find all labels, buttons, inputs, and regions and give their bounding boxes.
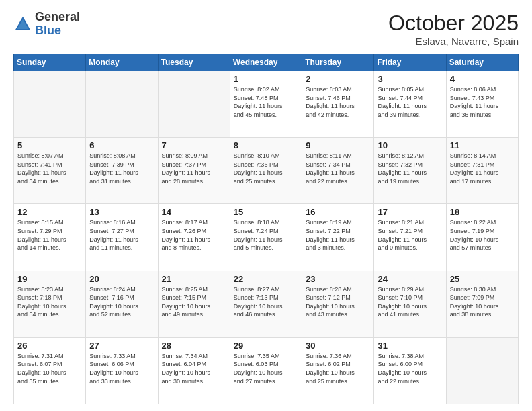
day-number: 16 xyxy=(306,207,370,217)
table-row: 1Sunrise: 8:02 AM Sunset: 7:48 PM Daylig… xyxy=(230,71,302,138)
day-number: 15 xyxy=(234,207,298,217)
day-info: Sunrise: 8:12 AM Sunset: 7:32 PM Dayligh… xyxy=(378,152,442,185)
day-number: 11 xyxy=(450,140,515,150)
calendar-week-row: 5Sunrise: 8:07 AM Sunset: 7:41 PM Daylig… xyxy=(14,138,519,204)
day-info: Sunrise: 8:09 AM Sunset: 7:37 PM Dayligh… xyxy=(162,152,226,185)
table-row: 19Sunrise: 8:23 AM Sunset: 7:18 PM Dayli… xyxy=(14,271,86,337)
day-info: Sunrise: 8:11 AM Sunset: 7:34 PM Dayligh… xyxy=(306,152,370,185)
table-row xyxy=(86,71,158,138)
day-number: 9 xyxy=(306,140,370,150)
calendar-week-row: 19Sunrise: 8:23 AM Sunset: 7:18 PM Dayli… xyxy=(14,271,519,337)
table-row: 16Sunrise: 8:19 AM Sunset: 7:22 PM Dayli… xyxy=(302,204,374,271)
table-row: 15Sunrise: 8:18 AM Sunset: 7:24 PM Dayli… xyxy=(230,204,302,271)
table-row: 12Sunrise: 8:15 AM Sunset: 7:29 PM Dayli… xyxy=(14,204,86,271)
day-number: 29 xyxy=(234,340,298,351)
col-sunday: Sunday xyxy=(14,54,86,71)
day-info: Sunrise: 8:30 AM Sunset: 7:09 PM Dayligh… xyxy=(450,285,515,319)
day-number: 28 xyxy=(162,340,226,351)
table-row: 18Sunrise: 8:22 AM Sunset: 7:19 PM Dayli… xyxy=(446,204,518,271)
day-number: 22 xyxy=(234,274,298,284)
day-number: 19 xyxy=(17,274,82,284)
day-info: Sunrise: 8:10 AM Sunset: 7:36 PM Dayligh… xyxy=(234,152,298,185)
day-number: 17 xyxy=(378,207,442,217)
day-number: 13 xyxy=(89,207,154,217)
calendar-week-row: 26Sunrise: 7:31 AM Sunset: 6:07 PM Dayli… xyxy=(14,337,519,404)
day-info: Sunrise: 8:21 AM Sunset: 7:21 PM Dayligh… xyxy=(378,218,442,252)
calendar-subtitle: Eslava, Navarre, Spain xyxy=(388,36,519,47)
col-saturday: Saturday xyxy=(446,54,518,71)
table-row: 10Sunrise: 8:12 AM Sunset: 7:32 PM Dayli… xyxy=(374,138,446,204)
day-number: 4 xyxy=(450,74,515,84)
day-number: 24 xyxy=(378,274,442,284)
table-row: 2Sunrise: 8:03 AM Sunset: 7:46 PM Daylig… xyxy=(302,71,374,138)
calendar-header-row: Sunday Monday Tuesday Wednesday Thursday… xyxy=(14,54,519,71)
day-info: Sunrise: 7:36 AM Sunset: 6:02 PM Dayligh… xyxy=(306,352,370,385)
day-number: 10 xyxy=(378,140,442,150)
day-info: Sunrise: 8:24 AM Sunset: 7:16 PM Dayligh… xyxy=(89,285,154,319)
logo-blue-text: Blue xyxy=(35,24,61,37)
table-row: 25Sunrise: 8:30 AM Sunset: 7:09 PM Dayli… xyxy=(446,271,518,337)
table-row: 20Sunrise: 8:24 AM Sunset: 7:16 PM Dayli… xyxy=(86,271,158,337)
table-row: 3Sunrise: 8:05 AM Sunset: 7:44 PM Daylig… xyxy=(374,71,446,138)
calendar-title: October 2025 xyxy=(388,11,519,36)
header: General Blue October 2025 Eslava, Navarr… xyxy=(13,11,519,47)
day-info: Sunrise: 8:03 AM Sunset: 7:46 PM Dayligh… xyxy=(306,85,370,119)
col-tuesday: Tuesday xyxy=(158,54,230,71)
day-number: 12 xyxy=(17,207,82,217)
day-info: Sunrise: 8:22 AM Sunset: 7:19 PM Dayligh… xyxy=(450,218,515,252)
col-friday: Friday xyxy=(374,54,446,71)
table-row: 23Sunrise: 8:28 AM Sunset: 7:12 PM Dayli… xyxy=(302,271,374,337)
table-row: 11Sunrise: 8:14 AM Sunset: 7:31 PM Dayli… xyxy=(446,138,518,204)
table-row: 31Sunrise: 7:38 AM Sunset: 6:00 PM Dayli… xyxy=(374,337,446,404)
table-row: 4Sunrise: 8:06 AM Sunset: 7:43 PM Daylig… xyxy=(446,71,518,138)
day-number: 6 xyxy=(89,140,154,150)
col-thursday: Thursday xyxy=(302,54,374,71)
table-row: 13Sunrise: 8:16 AM Sunset: 7:27 PM Dayli… xyxy=(86,204,158,271)
logo: General Blue xyxy=(13,11,80,38)
title-block: October 2025 Eslava, Navarre, Spain xyxy=(388,11,519,47)
day-info: Sunrise: 7:34 AM Sunset: 6:04 PM Dayligh… xyxy=(162,352,226,385)
table-row: 27Sunrise: 7:33 AM Sunset: 6:06 PM Dayli… xyxy=(86,337,158,404)
col-wednesday: Wednesday xyxy=(230,54,302,71)
day-info: Sunrise: 8:06 AM Sunset: 7:43 PM Dayligh… xyxy=(450,85,515,119)
table-row: 14Sunrise: 8:17 AM Sunset: 7:26 PM Dayli… xyxy=(158,204,230,271)
day-number: 14 xyxy=(162,207,226,217)
day-info: Sunrise: 8:25 AM Sunset: 7:15 PM Dayligh… xyxy=(162,285,226,319)
table-row: 28Sunrise: 7:34 AM Sunset: 6:04 PM Dayli… xyxy=(158,337,230,404)
calendar-week-row: 12Sunrise: 8:15 AM Sunset: 7:29 PM Dayli… xyxy=(14,204,519,271)
day-info: Sunrise: 8:07 AM Sunset: 7:41 PM Dayligh… xyxy=(17,152,82,185)
day-number: 23 xyxy=(306,274,370,284)
day-info: Sunrise: 8:29 AM Sunset: 7:10 PM Dayligh… xyxy=(378,285,442,319)
table-row: 6Sunrise: 8:08 AM Sunset: 7:39 PM Daylig… xyxy=(86,138,158,204)
day-info: Sunrise: 8:19 AM Sunset: 7:22 PM Dayligh… xyxy=(306,218,370,252)
table-row: 17Sunrise: 8:21 AM Sunset: 7:21 PM Dayli… xyxy=(374,204,446,271)
page: General Blue October 2025 Eslava, Navarr… xyxy=(0,0,532,411)
day-info: Sunrise: 8:15 AM Sunset: 7:29 PM Dayligh… xyxy=(17,218,82,252)
table-row: 21Sunrise: 8:25 AM Sunset: 7:15 PM Dayli… xyxy=(158,271,230,337)
table-row xyxy=(14,71,86,138)
logo-icon xyxy=(13,15,32,34)
calendar-week-row: 1Sunrise: 8:02 AM Sunset: 7:48 PM Daylig… xyxy=(14,71,519,138)
day-number: 21 xyxy=(162,274,226,284)
table-row: 30Sunrise: 7:36 AM Sunset: 6:02 PM Dayli… xyxy=(302,337,374,404)
day-info: Sunrise: 8:28 AM Sunset: 7:12 PM Dayligh… xyxy=(306,285,370,319)
day-info: Sunrise: 7:38 AM Sunset: 6:00 PM Dayligh… xyxy=(378,352,442,385)
day-info: Sunrise: 7:35 AM Sunset: 6:03 PM Dayligh… xyxy=(234,352,298,385)
day-info: Sunrise: 8:08 AM Sunset: 7:39 PM Dayligh… xyxy=(89,152,154,185)
day-number: 20 xyxy=(89,274,154,284)
day-number: 31 xyxy=(378,340,442,351)
day-number: 2 xyxy=(306,74,370,84)
table-row: 9Sunrise: 8:11 AM Sunset: 7:34 PM Daylig… xyxy=(302,138,374,204)
table-row: 5Sunrise: 8:07 AM Sunset: 7:41 PM Daylig… xyxy=(14,138,86,204)
day-info: Sunrise: 8:27 AM Sunset: 7:13 PM Dayligh… xyxy=(234,285,298,319)
table-row: 7Sunrise: 8:09 AM Sunset: 7:37 PM Daylig… xyxy=(158,138,230,204)
table-row xyxy=(158,71,230,138)
day-info: Sunrise: 8:05 AM Sunset: 7:44 PM Dayligh… xyxy=(378,85,442,119)
day-info: Sunrise: 8:23 AM Sunset: 7:18 PM Dayligh… xyxy=(17,285,82,319)
day-info: Sunrise: 7:31 AM Sunset: 6:07 PM Dayligh… xyxy=(17,352,82,385)
logo-general-text: General xyxy=(35,10,80,24)
day-number: 8 xyxy=(234,140,298,150)
day-info: Sunrise: 7:33 AM Sunset: 6:06 PM Dayligh… xyxy=(89,352,154,385)
day-number: 18 xyxy=(450,207,515,217)
day-info: Sunrise: 8:14 AM Sunset: 7:31 PM Dayligh… xyxy=(450,152,515,185)
